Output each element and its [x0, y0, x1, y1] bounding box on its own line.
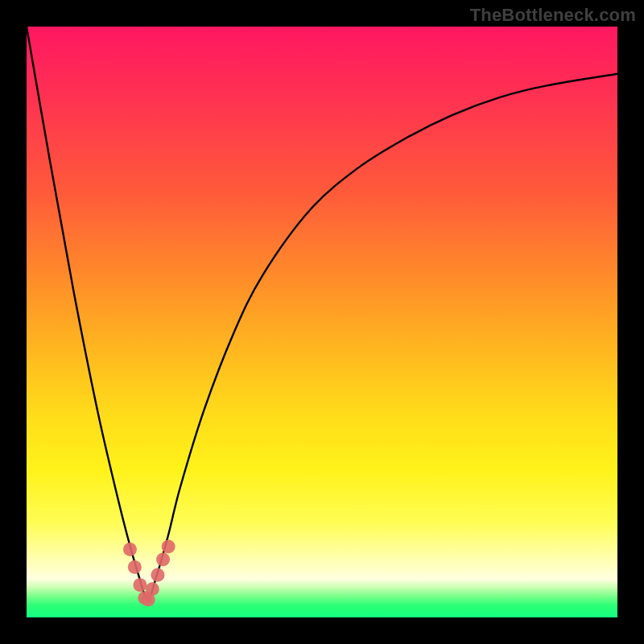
highlight-dot	[128, 560, 142, 574]
highlight-dot	[156, 553, 170, 567]
highlight-dot	[138, 591, 151, 605]
highlight-dot	[162, 539, 175, 553]
highlight-dot	[133, 578, 147, 592]
highlight-markers	[123, 539, 175, 606]
highlight-dot	[142, 592, 155, 606]
curve-layer	[27, 27, 617, 617]
highlight-dot	[123, 543, 137, 556]
highlight-dot	[151, 568, 164, 582]
highlight-dot	[146, 582, 159, 596]
plot-area	[27, 27, 617, 617]
bottleneck-curve	[27, 27, 617, 600]
chart-frame: TheBottleneck.com	[0, 0, 644, 644]
watermark-text: TheBottleneck.com	[470, 5, 636, 26]
